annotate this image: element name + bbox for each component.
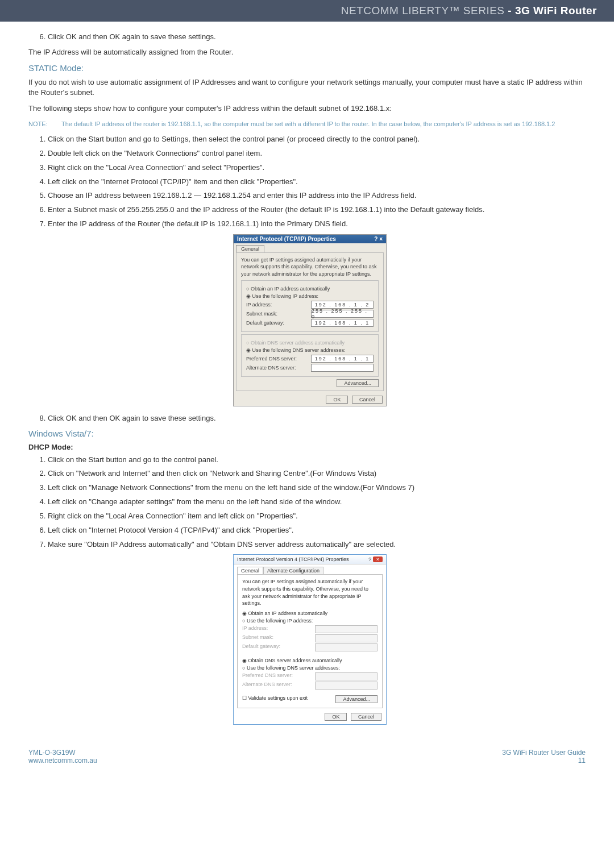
radio-label: Use the following DNS server addresses: (247, 665, 340, 671)
radio-obtain-ip-auto[interactable]: ◉ Obtain an IP address automatically (242, 610, 377, 616)
tab-general[interactable]: General (236, 245, 264, 252)
list-item: Click OK and then OK again to save these… (48, 32, 591, 43)
dhcp-mode-heading: DHCP Mode: (28, 443, 591, 451)
footer-guide-title: 3G WiFi Router User Guide (502, 749, 586, 757)
radio-label: Obtain DNS server address automatically (248, 658, 342, 663)
header-title: NETCOMM LIBERTY™ SERIES - 3G WiFi Router (341, 5, 597, 16)
ip-group: ○ Obtain an IP address automatically ◉ U… (241, 280, 379, 332)
preferred-dns-field[interactable]: 192 . 168 . 1 . 1 (311, 355, 374, 363)
list-item: Left click on "Manage Network Connection… (48, 483, 591, 493)
preferred-dns-label: Preferred DNS server: (242, 672, 293, 680)
ip-address-label: IP address: (246, 302, 272, 308)
radio-use-following-dns[interactable]: ◉ Use the following DNS server addresses… (246, 347, 374, 353)
cancel-button[interactable]: Cancel (352, 396, 383, 404)
radio-obtain-dns-auto[interactable]: ◉ Obtain DNS server address automaticall… (242, 658, 377, 663)
list-item: Click on "Network and Internet" and then… (48, 468, 591, 479)
radio-label: Use the following DNS server addresses: (252, 347, 346, 353)
radio-label: Use the following IP address: (247, 618, 313, 624)
document-header: NETCOMM LIBERTY™ SERIES - 3G WiFi Router (0, 0, 614, 22)
window-controls: ? × (368, 556, 383, 562)
validate-checkbox[interactable]: ☐ Validate settings upon exit (242, 695, 308, 703)
paragraph: If you do not wish to use automatic assi… (28, 77, 591, 98)
preferred-dns-label: Preferred DNS server: (246, 356, 297, 362)
help-icon[interactable]: ? (368, 556, 371, 562)
dialog-title: Internet Protocol Version 4 (TCP/IPv4) P… (237, 556, 349, 562)
list-item: Enter a Subnet mask of 255.255.255.0 and… (48, 205, 591, 215)
header-suffix: - 3G WiFi Router (505, 5, 597, 16)
alternate-dns-label: Alternate DNS server: (246, 365, 296, 371)
ok-button[interactable]: OK (325, 713, 347, 721)
default-gateway-label: Default gateway: (242, 643, 280, 651)
dialog-intro: You can get IP settings assigned automat… (242, 578, 377, 607)
list-item: Double left click on the "Network Connec… (48, 148, 591, 159)
footer-left: YML-O-3G19W www.netcomm.com.au (28, 749, 97, 765)
list-item: Left click on "Change adapter settings" … (48, 497, 591, 508)
top-ordered-list: Click OK and then OK again to save these… (48, 32, 591, 43)
radio-label: Obtain an IP address automatically (251, 286, 330, 292)
radio-label: Obtain an IP address automatically (248, 610, 327, 616)
ok-button[interactable]: OK (326, 396, 348, 404)
radio-use-following-ip[interactable]: ◉ Use the following IP address: (246, 293, 374, 299)
list-item: Make sure "Obtain IP Address automatical… (48, 539, 591, 550)
page-footer: YML-O-3G19W www.netcomm.com.au 3G WiFi R… (0, 749, 614, 776)
radio-label: Obtain DNS server address automatically (251, 340, 345, 346)
dialog-body: You can get IP settings assigned automat… (236, 252, 384, 391)
dialog-intro: You can get IP settings assigned automat… (241, 256, 379, 278)
section-heading-static: STATIC Mode: (28, 63, 591, 73)
vista-steps-list: Click on the Start button and go to the … (48, 455, 591, 550)
dialog-tabs: GeneralAlternate Configuration (234, 564, 386, 574)
dialog-titlebar: Internet Protocol (TCP/IP) Properties ? … (234, 235, 386, 243)
ip-address-label: IP address: (242, 625, 268, 633)
alternate-dns-field (315, 682, 377, 690)
preferred-dns-field (315, 672, 377, 680)
footer-url: www.netcomm.com.au (28, 757, 97, 765)
note-label: NOTE: (28, 120, 57, 128)
static-steps-list-continued: Click OK and then OK again to save these… (48, 413, 591, 424)
cancel-button[interactable]: Cancel (351, 713, 381, 721)
footer-right: 3G WiFi Router User Guide 11 (502, 749, 586, 765)
footer-page-number: 11 (502, 757, 586, 765)
tab-general[interactable]: General (237, 567, 263, 574)
page-content: Click OK and then OK again to save these… (0, 22, 614, 749)
dialog-titlebar: Internet Protocol Version 4 (TCP/IPv4) P… (234, 555, 386, 564)
ip-address-field (315, 625, 377, 633)
note-text: The default IP address of the router is … (57, 120, 555, 128)
radio-obtain-ip-auto[interactable]: ○ Obtain an IP address automatically (246, 286, 374, 292)
default-gateway-field (315, 643, 377, 651)
list-item: Enter the IP address of the Router (the … (48, 219, 591, 230)
list-item: Right click on the "Local Area Connectio… (48, 511, 591, 522)
radio-obtain-dns-auto: ○ Obtain DNS server address automaticall… (246, 340, 374, 346)
list-item: Click on the Start button and go to Sett… (48, 134, 591, 145)
radio-label: Use the following IP address: (252, 293, 318, 299)
default-gateway-label: Default gateway: (246, 320, 284, 326)
tcpipv4-properties-dialog-vista: Internet Protocol Version 4 (TCP/IPv4) P… (233, 554, 387, 724)
subnet-mask-label: Subnet mask: (246, 311, 277, 317)
close-icon[interactable]: × (373, 556, 383, 562)
section-heading-vista: Windows Vista/7: (28, 429, 591, 438)
window-controls-icon[interactable]: ? × (374, 236, 383, 242)
radio-use-following-dns[interactable]: ○ Use the following DNS server addresses… (242, 665, 377, 671)
advanced-button[interactable]: Advanced... (335, 695, 377, 703)
subnet-mask-field (315, 634, 377, 642)
list-item: Click OK and then OK again to save these… (48, 413, 591, 424)
radio-use-following-ip[interactable]: ○ Use the following IP address: (242, 618, 377, 624)
tab-alternate-config[interactable]: Alternate Configuration (263, 567, 323, 574)
dialog-body: You can get IP settings assigned automat… (237, 574, 383, 708)
dialog-title: Internet Protocol (TCP/IP) Properties (237, 236, 336, 242)
paragraph: The following steps show how to configur… (28, 103, 591, 114)
tcpip-properties-dialog-xp: Internet Protocol (TCP/IP) Properties ? … (233, 234, 387, 406)
list-item: Click on the Start button and go to the … (48, 455, 591, 466)
default-gateway-field[interactable]: 192 . 168 . 1 . 1 (311, 319, 374, 327)
alternate-dns-label: Alternate DNS server: (242, 682, 292, 690)
subnet-mask-field[interactable]: 255 . 255 . 255 . 0 (311, 310, 374, 318)
footer-model: YML-O-3G19W (28, 749, 97, 757)
advanced-button[interactable]: Advanced... (337, 379, 379, 387)
subnet-mask-label: Subnet mask: (242, 634, 273, 642)
list-item: Left click on the "Internet Protocol (TC… (48, 177, 591, 188)
ip-address-field[interactable]: 192 . 168 . 1 . 2 (311, 301, 374, 309)
header-brand: NETCOMM LIBERTY™ SERIES (341, 5, 505, 16)
alternate-dns-field[interactable] (311, 364, 374, 372)
paragraph: The IP Address will be automatically ass… (28, 47, 591, 57)
dns-group: ○ Obtain DNS server address automaticall… (241, 334, 379, 377)
checkbox-label: Validate settings upon exit (248, 695, 308, 701)
